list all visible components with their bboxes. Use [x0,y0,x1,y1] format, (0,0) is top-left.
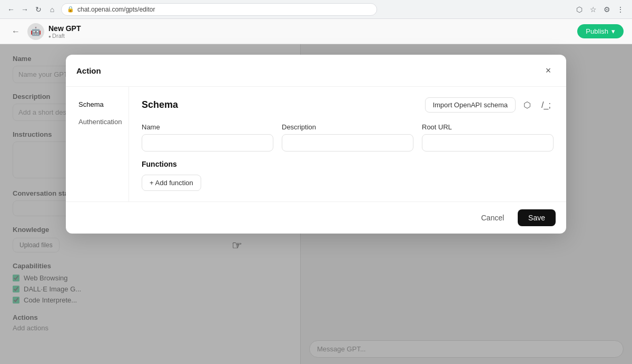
gpt-avatar: 🤖 [27,23,44,40]
modal-content-title: Schema [142,99,178,110]
modal-title: Action [76,66,101,75]
cancel-button[interactable]: Cancel [472,209,512,226]
bookmark-icon[interactable]: ☆ [588,4,598,15]
modal-sidebar: Schema Authentication [66,87,129,201]
modal-body: Schema Authentication Schema Import Open… [66,87,566,201]
url-text: chat.openai.com/gpts/editor [77,6,155,13]
modal-content: Schema Import OpenAPI schema ⬡ /_; Name [129,87,566,201]
modal-nav-schema[interactable]: Schema [74,97,120,112]
back-button[interactable]: ← [8,24,23,39]
extensions-icon[interactable]: ⚙ [601,4,612,15]
lock-icon: 🔒 [67,6,74,13]
header-left: ← 🤖 New GPT Draft [8,23,81,40]
modal-overlay: Action × Schema Authentication Schema Im… [0,44,632,364]
share-icon[interactable]: ⬡ [574,4,585,15]
app-header: ← 🤖 New GPT Draft Publish ▾ [0,19,632,44]
forward-nav-btn[interactable]: → [20,5,29,14]
main-layout: Name Description Instructions Conversati… [0,44,632,364]
gpt-info: New GPT Draft [48,24,81,39]
back-nav-btn[interactable]: ← [6,5,16,14]
description-field: Description [282,123,413,151]
modal-nav-authentication[interactable]: Authentication [74,115,120,129]
root-url-field: Root URL [422,123,554,151]
cursor-pointer: ☞ [232,239,242,252]
action-modal: Action × Schema Authentication Schema Im… [66,55,566,234]
menu-icon[interactable]: ⋮ [615,4,626,15]
modal-header: Action × [66,55,566,87]
browser-chrome: ← → ↻ ⌂ 🔒 chat.openai.com/gpts/editor ⬡ … [0,0,632,19]
form-description-label: Description [282,123,413,131]
modal-toolbar: Import OpenAPI schema ⬡ /_; [425,97,554,113]
save-button[interactable]: Save [518,209,556,226]
publish-chevron: ▾ [611,27,615,35]
browser-icons: ⬡ ☆ ⚙ ⋮ [574,4,626,15]
home-btn[interactable]: ⌂ [47,5,57,14]
form-description-input[interactable] [282,134,413,151]
publish-label: Publish [586,27,608,35]
import-schema-button[interactable]: Import OpenAPI schema [425,97,516,113]
code-icon[interactable]: /_; [539,98,554,113]
functions-section: Functions + Add function [142,160,554,191]
form-row-name-description: Name Description Root URL [142,123,554,151]
form-name-label: Name [142,123,273,131]
functions-title: Functions [142,160,554,168]
modal-content-header: Schema Import OpenAPI schema ⬡ /_; [142,97,554,113]
address-bar[interactable]: 🔒 chat.openai.com/gpts/editor [61,3,377,16]
gpt-status: Draft [48,33,81,39]
form-name-input[interactable] [142,134,273,151]
gpt-name: New GPT [48,24,81,33]
publish-button[interactable]: Publish ▾ [577,24,624,38]
add-function-button[interactable]: + Add function [142,175,201,191]
form-root-url-input[interactable] [422,134,554,151]
format-icon[interactable]: ⬡ [520,98,535,113]
name-field: Name [142,123,273,151]
form-root-url-label: Root URL [422,123,554,131]
modal-footer: Cancel Save [66,201,566,234]
modal-close-button[interactable]: × [541,63,556,78]
reload-btn[interactable]: ↻ [34,5,43,14]
